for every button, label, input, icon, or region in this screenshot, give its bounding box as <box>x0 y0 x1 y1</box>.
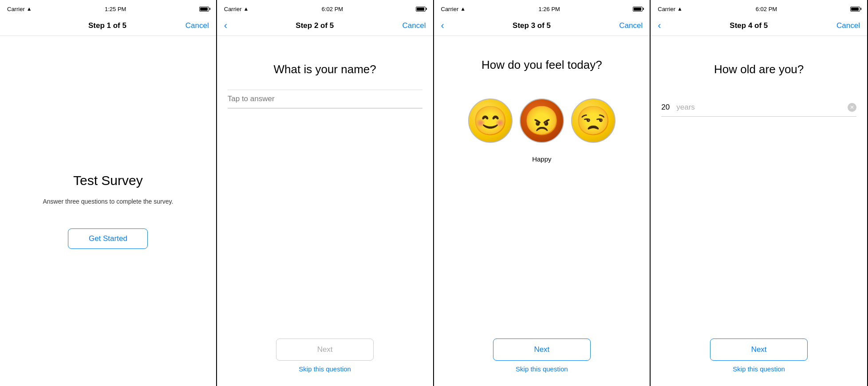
status-right-3 <box>633 7 643 12</box>
screen1-content: Test Survey Answer three questions to co… <box>0 36 216 386</box>
status-left-4: Carrier ▲ <box>658 6 683 12</box>
emoji-circle-tired[interactable]: 😒 <box>571 98 615 143</box>
cancel-button-2[interactable]: Cancel <box>402 21 426 30</box>
nav-title-1: Step 1 of 5 <box>88 21 126 30</box>
back-button-4[interactable]: ‹ <box>658 21 661 31</box>
wifi-icon-4: ▲ <box>677 6 683 12</box>
screen-1: Carrier ▲ 1:25 PM Step 1 of 5 Cancel Tes… <box>0 0 217 386</box>
screen-3: Carrier ▲ 1:26 PM ‹ Step 3 of 5 Cancel H… <box>434 0 651 386</box>
emoji-circle-happy[interactable]: 😊 <box>468 98 513 143</box>
battery-icon-1 <box>199 7 209 12</box>
question-title-2: What is your name? <box>274 63 376 76</box>
emoji-circle-angry[interactable]: 😠 <box>520 98 564 143</box>
next-button-4[interactable]: Next <box>710 339 808 361</box>
get-started-button[interactable]: Get Started <box>68 228 148 249</box>
status-bar-1: Carrier ▲ 1:25 PM <box>0 0 216 16</box>
status-bar-3: Carrier ▲ 1:26 PM <box>434 0 650 16</box>
cancel-button-4[interactable]: Cancel <box>836 21 860 30</box>
survey-subtitle: Answer three questions to complete the s… <box>43 197 173 206</box>
emoji-tired-symbol: 😒 <box>576 106 611 135</box>
nav-title-2: Step 2 of 5 <box>296 21 334 30</box>
screen2-content: What is your name? <box>217 36 433 386</box>
name-input[interactable] <box>228 90 422 108</box>
age-unit: years <box>676 103 848 112</box>
nav-bar-4: ‹ Step 4 of 5 Cancel <box>651 16 867 35</box>
carrier-label-4: Carrier <box>658 6 675 12</box>
screen3-content: How do you feel today? 😊 😠 😒 Happy <box>434 36 650 386</box>
nav-title-3: Step 3 of 5 <box>513 21 551 30</box>
bottom-area-2: Next Skip this question <box>217 339 433 373</box>
wifi-icon-2: ▲ <box>243 6 249 12</box>
status-time-2: 6:02 PM <box>322 6 343 12</box>
clear-button[interactable]: ✕ <box>848 103 856 112</box>
battery-icon-4 <box>850 7 860 12</box>
carrier-label-3: Carrier <box>441 6 459 12</box>
wifi-icon-3: ▲ <box>460 6 466 12</box>
status-time-3: 1:26 PM <box>538 6 560 12</box>
field-separator-2b <box>228 108 422 109</box>
status-left-1: Carrier ▲ <box>7 6 32 12</box>
status-time-1: 1:25 PM <box>105 6 126 12</box>
nav-bar-1: Step 1 of 5 Cancel <box>0 16 216 35</box>
next-button-3[interactable]: Next <box>493 339 591 361</box>
status-right-2 <box>416 7 426 12</box>
cancel-button-3[interactable]: Cancel <box>619 21 643 30</box>
next-button-2[interactable]: Next <box>276 339 374 361</box>
question-title-3: How do you feel today? <box>481 58 602 72</box>
selected-emotion-label: Happy <box>532 155 551 163</box>
age-input-row: 20 years ✕ <box>661 98 856 117</box>
skip-link-2[interactable]: Skip this question <box>299 365 351 373</box>
carrier-label-2: Carrier <box>224 6 242 12</box>
status-bar-2: Carrier ▲ 6:02 PM <box>217 0 433 16</box>
age-value: 20 <box>661 103 675 112</box>
skip-link-4[interactable]: Skip this question <box>733 365 785 373</box>
battery-icon-3 <box>633 7 643 12</box>
emoji-row: 😊 😠 😒 <box>468 98 615 143</box>
emoji-item-angry[interactable]: 😠 <box>520 98 564 143</box>
screen-2: Carrier ▲ 6:02 PM ‹ Step 2 of 5 Cancel W… <box>217 0 434 386</box>
emoji-item-tired[interactable]: 😒 <box>571 98 615 143</box>
back-button-3[interactable]: ‹ <box>441 21 444 31</box>
status-right-1 <box>199 7 209 12</box>
status-right-4 <box>850 7 860 12</box>
screen-4: Carrier ▲ 6:02 PM ‹ Step 4 of 5 Cancel H… <box>651 0 868 386</box>
nav-title-4: Step 4 of 5 <box>730 21 768 30</box>
carrier-label-1: Carrier <box>7 6 25 12</box>
skip-link-3[interactable]: Skip this question <box>516 365 568 373</box>
battery-icon-2 <box>416 7 426 12</box>
nav-bar-3: ‹ Step 3 of 5 Cancel <box>434 16 650 35</box>
emoji-angry-symbol: 😠 <box>524 106 560 135</box>
cancel-button-1[interactable]: Cancel <box>185 21 209 30</box>
status-left-2: Carrier ▲ <box>224 6 249 12</box>
status-time-4: 6:02 PM <box>756 6 777 12</box>
wifi-icon-1: ▲ <box>27 6 32 12</box>
emoji-item-happy[interactable]: 😊 <box>468 98 513 143</box>
emoji-happy-symbol: 😊 <box>473 106 508 135</box>
question-title-4: How old are you? <box>714 63 804 76</box>
screen4-content: How old are you? 20 years ✕ <box>651 36 867 386</box>
status-bar-4: Carrier ▲ 6:02 PM <box>651 0 867 16</box>
survey-title: Test Survey <box>73 173 143 188</box>
back-button-2[interactable]: ‹ <box>224 21 227 31</box>
nav-bar-2: ‹ Step 2 of 5 Cancel <box>217 16 433 35</box>
bottom-area-4: Next Skip this question <box>651 339 867 373</box>
status-left-3: Carrier ▲ <box>441 6 466 12</box>
bottom-area-3: Next Skip this question <box>434 339 650 373</box>
